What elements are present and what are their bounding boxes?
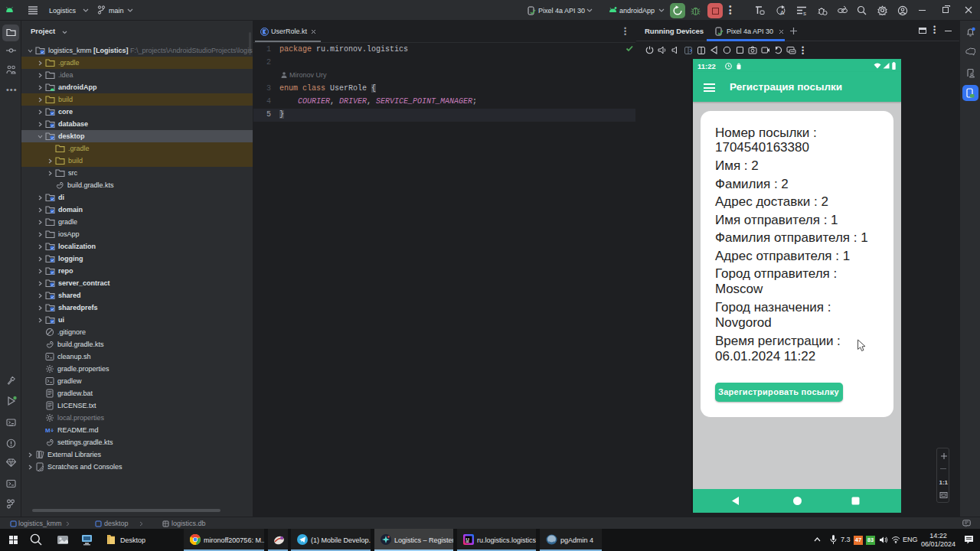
svg-text:s: s [803,10,806,15]
svg-text:A: A [780,9,785,15]
svg-text:U: U [466,537,469,542]
svg-text:M: M [45,427,51,434]
